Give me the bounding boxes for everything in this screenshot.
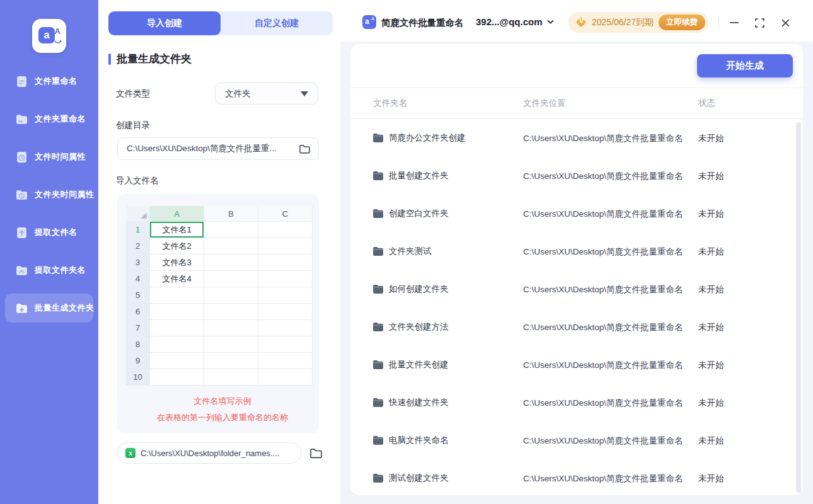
sheet-cell-C5[interactable] [258, 287, 313, 304]
sheet-row-header-4[interactable]: 4 [126, 271, 150, 287]
sidebar-item-extract-foldername[interactable]: 提取文件夹名 [5, 256, 93, 285]
sheet-cell-A10[interactable] [150, 369, 204, 386]
sidebar-item-folder-time[interactable]: 文件夹时间属性 [5, 180, 93, 209]
sheet-cell-C2[interactable] [258, 238, 313, 255]
sheet-cell-A2[interactable]: 文件名2 [150, 238, 204, 255]
sheet-cell-B4[interactable] [204, 271, 258, 287]
sheet-cell-A1[interactable]: 文件名1 [150, 222, 204, 238]
results-list: 简鹿办公文件夹创建 C:\Users\XU\Desktop\简鹿文件批量重命名 … [350, 119, 803, 495]
title-accent-bar [108, 54, 111, 65]
sheet-cell-C1[interactable] [258, 222, 313, 238]
status-badge: 未开始 [698, 360, 724, 370]
account-menu[interactable]: 392...@qq.com [476, 16, 554, 27]
import-names-label: 导入文件名 [116, 175, 340, 186]
sidebar-item-folder-rename[interactable]: 文件夹重命名 [5, 105, 93, 134]
sheet-cell-A6[interactable] [150, 304, 204, 320]
sheet-cell-B2[interactable] [204, 238, 258, 255]
sidebar-item-batch-create-folder[interactable]: 批量生成文件夹 [5, 294, 93, 323]
sheet-cell-B7[interactable] [204, 320, 258, 336]
table-row: 创建空白文件夹 C:\Users\XU\Desktop\简鹿文件批量重命名 未开… [350, 195, 803, 232]
file-type-row: 文件类型 文件夹 [116, 83, 318, 105]
sheet-cell-B8[interactable] [204, 336, 258, 353]
table-row: 测试创建文件夹 C:\Users\XU\Desktop\简鹿文件批量重命名 未开… [350, 459, 803, 495]
folder-time-icon [15, 188, 28, 202]
sheet-cell-B3[interactable] [204, 255, 258, 271]
window-title: 简鹿文件批量重命名 [381, 17, 464, 29]
sheet-cell-B10[interactable] [204, 369, 258, 386]
vertical-scrollbar[interactable] [796, 122, 801, 493]
sheet-row-header-3[interactable]: 3 [126, 255, 150, 271]
sheet-cell-A8[interactable] [150, 336, 204, 353]
close-button[interactable] [778, 15, 793, 30]
sheet-row-header-1[interactable]: 1 [126, 222, 150, 238]
sheet-cell-A4[interactable]: 文件名4 [150, 271, 204, 287]
sidebar-item-file-rename[interactable]: 文件重命名 [5, 67, 93, 96]
sheet-cell-C4[interactable] [258, 271, 313, 287]
sheet-cell-C10[interactable] [258, 369, 313, 386]
sheet-row-header-5[interactable]: 5 [126, 287, 150, 304]
sheet-row-header-9[interactable]: 9 [126, 353, 150, 369]
status-badge: 未开始 [698, 323, 724, 332]
sheet-cell-A5[interactable] [150, 287, 204, 304]
import-file-input[interactable]: x C:\Users\XU\Desktop\folder_names.... [117, 442, 301, 464]
sidebar: a A 文件重命名 文件夹重命名 文件时间属性 [0, 0, 98, 504]
import-file-row: x C:\Users\XU\Desktop\folder_names.... [117, 442, 340, 464]
sheet-cell-C9[interactable] [258, 353, 313, 369]
results-table-header: 文件夹名 文件夹位置 状态 [350, 88, 803, 119]
sheet-cell-C6[interactable] [258, 304, 313, 320]
browse-import-file-icon[interactable] [309, 447, 323, 459]
sheet-cell-C7[interactable] [258, 320, 313, 336]
sidebar-item-label: 批量生成文件夹 [35, 302, 95, 314]
sheet-cell-A3[interactable]: 文件名3 [150, 255, 204, 271]
sheet-cell-C3[interactable] [258, 255, 313, 271]
browse-folder-icon[interactable] [299, 144, 311, 154]
sheet-cell-A9[interactable] [150, 353, 204, 369]
sheet-cell-C8[interactable] [258, 336, 313, 353]
sidebar-item-label: 文件重命名 [35, 76, 78, 87]
sheet-cell-B1[interactable] [204, 222, 258, 238]
results-card: 开始生成 文件夹名 文件夹位置 状态 简鹿办公文件夹创建 C:\Users\XU… [350, 44, 803, 495]
sheet-cell-B9[interactable] [204, 353, 258, 369]
folder-name: 文件夹创建方法 [389, 321, 449, 333]
col-header-folder-path: 文件夹位置 [523, 98, 698, 109]
table-row: 批量文件夹创建 C:\Users\XU\Desktop\简鹿文件批量重命名 未开… [350, 346, 803, 384]
sidebar-item-file-time[interactable]: 文件时间属性 [5, 142, 93, 171]
sheet-select-all[interactable] [126, 206, 150, 222]
app-mini-icon: aA [362, 15, 376, 29]
import-file-path: C:\Users\XU\Desktop\folder_names.... [141, 449, 293, 458]
status-badge: 未开始 [698, 285, 724, 294]
spreadsheet-preview: ABC1文件名12文件名23文件名34文件名45678910 文件名填写示例 在… [117, 194, 319, 433]
tab-custom-create[interactable]: 自定义创建 [221, 11, 333, 35]
tab-import-create[interactable]: 导入创建 [108, 11, 221, 35]
status-badge: 未开始 [698, 398, 724, 408]
titlebar-divider [718, 17, 719, 28]
sidebar-item-extract-filename[interactable]: 提取文件名 [5, 218, 93, 247]
sheet-col-header-B[interactable]: B [204, 206, 258, 222]
file-type-select[interactable]: 文件夹 [215, 83, 318, 105]
section-title: 批量生成文件夹 [108, 52, 340, 66]
sheet-row-header-7[interactable]: 7 [126, 320, 150, 336]
main-region: aA 简鹿文件批量重命名 392...@qq.com V 2025/06/27到… [340, 0, 813, 504]
folder-icon [373, 360, 383, 369]
sheet-col-header-A[interactable]: A [150, 206, 204, 222]
sheet-row-header-2[interactable]: 2 [126, 238, 150, 255]
minimize-button[interactable] [727, 15, 742, 30]
folder-path: C:\Users\XU\Desktop\简鹿文件批量重命名 [523, 398, 683, 408]
title-bar: aA 简鹿文件批量重命名 392...@qq.com V 2025/06/27到… [340, 0, 813, 42]
create-dir-input[interactable]: C:\Users\XU\Desktop\简鹿文件批量重... [117, 137, 319, 160]
sheet-col-header-C[interactable]: C [258, 206, 313, 222]
sheet-row-header-8[interactable]: 8 [126, 336, 150, 353]
sheet-row-header-6[interactable]: 6 [126, 304, 150, 320]
sheet-cell-A7[interactable] [150, 320, 204, 336]
maximize-button[interactable] [752, 15, 767, 30]
sheet-cell-B6[interactable] [204, 304, 258, 320]
folder-name: 简鹿办公文件夹创建 [389, 132, 466, 144]
folder-icon [373, 247, 383, 256]
folder-name: 测试创建文件夹 [389, 472, 449, 484]
renew-button[interactable]: 立即续费 [659, 14, 705, 30]
sheet-row-header-10[interactable]: 10 [126, 369, 150, 386]
chevron-down-icon [301, 91, 308, 96]
start-generate-button[interactable]: 开始生成 [697, 54, 793, 77]
select-all-triangle-icon [141, 212, 147, 219]
sheet-cell-B5[interactable] [204, 287, 258, 304]
